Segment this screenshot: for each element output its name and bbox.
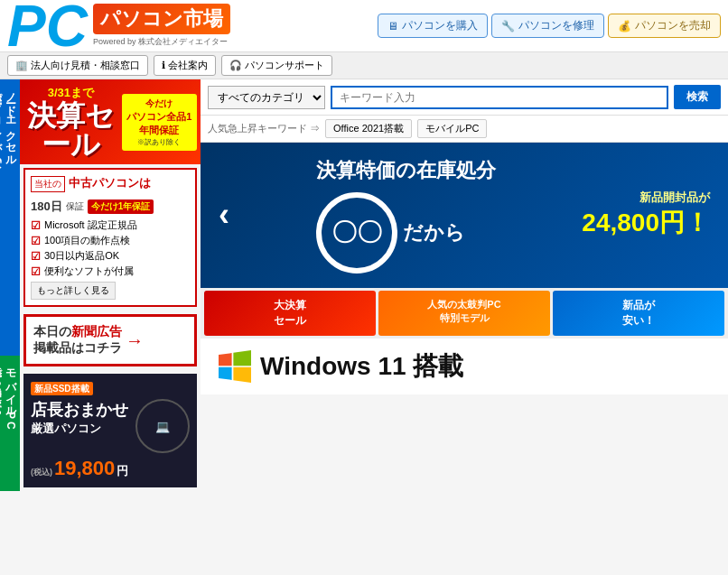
laptop-icon: 💻 — [155, 420, 170, 433]
logo-ichiba-text: パソコン市場 — [93, 4, 230, 34]
hero-circle-text: 〇〇 — [331, 216, 382, 250]
check-item-4: ☑ 便利なソフトが付属 — [31, 264, 190, 278]
headset-icon: 🎧 — [229, 60, 242, 71]
keyword-tag-mobile[interactable]: モバイルPC — [417, 119, 487, 138]
logo-pc-text: PC — [7, 0, 88, 55]
search-button[interactable]: 検索 — [674, 85, 721, 109]
wrench-icon: 🔧 — [501, 20, 515, 32]
logo-area: パソコン市場 Powered by 株式会社メディエイター — [93, 4, 230, 48]
nav-repair-button[interactable]: 🔧 パソコンを修理 — [491, 14, 604, 38]
nav-support-button[interactable]: 🎧 パソコンサポート — [221, 55, 332, 76]
check-icon-2: ☑ — [31, 235, 41, 247]
days-text: 180日 — [31, 199, 62, 215]
sub-banner-new-text: 新品が安い！ — [622, 299, 655, 327]
sub-banner-new[interactable]: 新品が安い！ — [553, 291, 724, 336]
header-row2: 🏢 法人向け見積・相談窓口 ℹ 会社案内 🎧 パソコンサポート — [0, 52, 728, 79]
right-main: すべてのカテゴリ 検索 人気急上昇キーワード ⇒ Office 2021搭載 モ… — [201, 79, 728, 491]
today-only-label: 今だけ — [145, 97, 173, 110]
newspaper-ad-box[interactable]: 本日の新聞広告 掲載品はコチラ → — [23, 314, 197, 366]
header-row1: PC パソコン市場 Powered by 株式会社メディエイター 🖥 パソコンを… — [0, 0, 728, 52]
guarantee-text: パソコン全品1年間保証 — [126, 110, 193, 137]
building-icon: 🏢 — [15, 60, 28, 71]
popular-keywords-bar: 人気急上昇キーワード ⇒ Office 2021搭載 モバイルPC — [201, 116, 728, 143]
check-item-1: ☑ Microsoft 認定正規品 — [31, 218, 190, 232]
check-icon-3: ☑ — [31, 250, 41, 263]
chuuko-title: 中古パソコンは — [69, 175, 151, 191]
nav-corporate-button[interactable]: 🏢 法人向け見積・相談窓口 — [7, 55, 148, 76]
sidebar-green[interactable]: モバイルP C 外出先でも自由に使える ココ！ — [0, 356, 20, 491]
logo-powered-text: Powered by 株式会社メディエイター — [93, 36, 230, 48]
category-select[interactable]: すべてのカテゴリ — [208, 86, 325, 109]
guarantee-badge: 今だけ1年保証 — [88, 199, 154, 214]
svg-marker-2 — [219, 367, 232, 380]
newspaper-arrow-icon: → — [126, 330, 144, 351]
company-label: 当社の — [31, 176, 65, 192]
sale-note-text: ※訳あり除く — [137, 137, 181, 147]
hero-price: 24,800円！ — [582, 206, 710, 240]
sale-title-text: 決算セール — [23, 101, 118, 159]
center-column: 3/31まで 決算セール 今だけ パソコン全品1年間保証 ※訳あり除く 当社の … — [20, 79, 201, 491]
sidebar-blue-sub: 搭載パソコンが安い — [0, 85, 3, 161]
hero-banner[interactable]: ‹ 決算特価の在庫処分 〇〇 だから 新品開封品が 24,800円！ — [201, 143, 728, 288]
newspaper-text2: 掲載品はコチラ — [33, 340, 122, 355]
svg-marker-3 — [233, 367, 251, 383]
hero-subtext: 新品開封品が — [582, 190, 710, 206]
hero-dakara-text: だから — [403, 219, 465, 246]
check-icon-1: ☑ — [31, 219, 41, 232]
coin-icon: 💰 — [618, 20, 631, 32]
store-price: 19,800 — [54, 457, 115, 480]
price-yen: 円 — [117, 463, 128, 479]
check-label-2: 100項目の動作点検 — [44, 234, 130, 247]
store-pick-subtitle: 厳選パソコン — [31, 421, 128, 437]
sale-banner: 3/31まで 決算セール 今だけ パソコン全品1年間保証 ※訳あり除く — [20, 79, 201, 164]
sub-banner-popular-text: 人気の太鼓判PC特別モデル — [427, 299, 500, 323]
sidebar-blue-text: ノード・エクセル — [5, 85, 17, 161]
store-pick-title: 店長おまかせ — [31, 399, 128, 421]
sidebar-green-text: モバイルP C — [5, 361, 17, 430]
nav-company-button[interactable]: ℹ 会社案内 — [154, 55, 216, 76]
check-label-3: 30日以内返品OK — [44, 249, 119, 263]
sub-banner-sale-text: 大決算セール — [274, 299, 306, 327]
windows-title-text: Windows 11 搭載 — [260, 349, 463, 384]
check-item-3: ☑ 30日以内返品OK — [31, 249, 190, 263]
hero-main-text: 決算特価の在庫処分 — [316, 157, 496, 185]
chevron-left-icon: ‹ — [219, 196, 229, 234]
svg-marker-1 — [233, 350, 251, 366]
sub-banner-sale[interactable]: 大決算セール — [204, 291, 376, 336]
info-icon: ℹ — [162, 60, 165, 71]
keyword-label: 人気急上昇キーワード ⇒ — [208, 122, 320, 135]
nav-buy-button[interactable]: 🖥 パソコンを購入 — [378, 14, 488, 38]
sidebar-green-sub: 外出先でも自由に使える — [0, 361, 2, 411]
more-detail-button[interactable]: もっと詳しく見る — [31, 282, 116, 300]
search-input[interactable] — [331, 86, 668, 109]
check-label-1: Microsoft 認定正規品 — [44, 218, 137, 232]
check-icon-4: ☑ — [31, 265, 41, 278]
sub-banner-popular[interactable]: 人気の太鼓判PC特別モデル — [378, 291, 550, 336]
sub-banners-row: 大決算セール 人気の太鼓判PC特別モデル 新品が安い！ — [201, 288, 728, 339]
check-label-4: 便利なソフトが付属 — [44, 264, 134, 278]
main-container: ノード・エクセル 搭載パソコンが安い モバイルP C 外出先でも自由に使える コ… — [0, 79, 728, 491]
tax-note: (税込) — [31, 467, 52, 478]
hero-left-section: 決算特価の在庫処分 〇〇 だから — [316, 157, 496, 274]
left-sidebar: ノード・エクセル 搭載パソコンが安い モバイルP C 外出先でも自由に使える コ… — [0, 79, 20, 491]
windows-section: Windows 11 搭載 — [201, 339, 728, 394]
check-item-2: ☑ 100項目の動作点検 — [31, 234, 190, 247]
keyword-tag-office[interactable]: Office 2021搭載 — [325, 119, 412, 138]
hero-circle: 〇〇 — [316, 192, 397, 274]
header-nav: 🖥 パソコンを購入 🔧 パソコンを修理 💰 パソコンを売却 — [378, 14, 721, 38]
hero-right-section: 新品開封品が 24,800円！ — [582, 190, 710, 240]
newspaper-highlight: 新聞広告 — [71, 324, 122, 339]
chuuko-box: 当社の 中古パソコンは 180日 保証 今だけ1年保証 ☑ Microsoft … — [23, 168, 197, 307]
newspaper-text1: 本日の — [33, 324, 71, 339]
nav-sell-button[interactable]: 💰 パソコンを売却 — [608, 14, 721, 38]
windows-logo-icon — [219, 350, 251, 383]
ssd-badge: 新品SSD搭載 — [31, 382, 93, 395]
store-pick-banner: 新品SSD搭載 店長おまかせ 厳選パソコン 💻 (税込) 19,800 円 — [23, 374, 197, 487]
sidebar-blue[interactable]: ノード・エクセル 搭載パソコンが安い — [0, 79, 20, 356]
search-bar: すべてのカテゴリ 検索 — [201, 79, 728, 116]
svg-marker-0 — [219, 353, 232, 366]
monitor-icon: 🖥 — [387, 20, 398, 32]
